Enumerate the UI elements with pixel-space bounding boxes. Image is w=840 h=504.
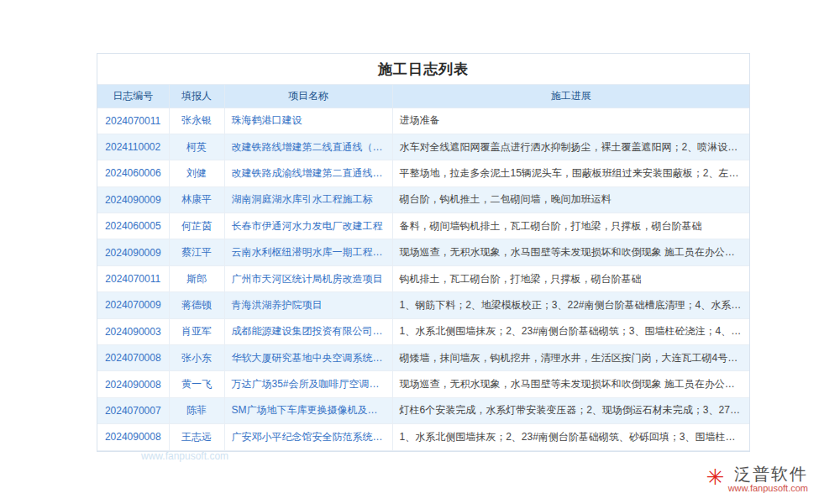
table-row[interactable]: 2024060006 刘健 改建铁路成渝线增建第二直通线（成... 平整场地，拉…: [97, 160, 749, 186]
log-id-link[interactable]: 2024070011: [97, 108, 169, 134]
progress-text: 砌台阶，钩机推土，二包砌间墙，晚间加班运料: [392, 186, 749, 213]
log-id-link[interactable]: 2024070009: [97, 292, 169, 318]
project-name-link[interactable]: 长春市伊通河水力发电厂改建工程: [224, 213, 392, 239]
progress-text: 1、水系北侧围墙抹灰；2、23#南侧台阶基础砌筑、砂砾回填；3、围墙柱浇筑1..…: [392, 424, 749, 450]
log-id-link[interactable]: 2024060006: [97, 160, 169, 186]
progress-text: 水车对全线遮阳网覆盖点进行洒水抑制扬尘，裸土覆盖遮阳网；2、喷淋设施材料...: [392, 134, 749, 160]
project-name-link[interactable]: 改建铁路成渝线增建第二直通线（成...: [224, 160, 392, 186]
log-id-link[interactable]: 2024070007: [97, 397, 169, 423]
brand-url: www.fanpusoft.com: [728, 483, 808, 494]
table-row[interactable]: 2024070011 张永银 珠海鹤港口建设 进场准备: [97, 108, 749, 134]
table-row[interactable]: 2024070007 陈菲 SM广场地下车库更换摄像机及硬盘项目 灯柱6个安装完…: [97, 397, 749, 423]
page-title: 施工日志列表: [97, 54, 749, 85]
progress-text: 现场巡查，无积水现象，水马围壁等未发现损坏和吹倒现象 施工员在办公室做内...: [392, 239, 749, 265]
log-id-link[interactable]: 2024090003: [97, 318, 169, 344]
log-id-link[interactable]: 2024090009: [97, 239, 169, 265]
log-id-link[interactable]: 2024090008: [97, 371, 169, 397]
progress-text: 进场准备: [392, 108, 749, 134]
column-header-progress: 施工进展: [392, 85, 749, 108]
reporter-link[interactable]: 张永银: [169, 108, 224, 134]
construction-log-table: 日志编号 填报人 项目名称 施工进展 2024070011 张永银 珠海鹤港口建…: [97, 85, 749, 451]
table-row[interactable]: 2024090008 黄一飞 万达广场35#会所及咖啡厅空调安装... 现场巡查…: [97, 371, 749, 397]
reporter-link[interactable]: 柯英: [169, 134, 224, 160]
reporter-link[interactable]: 林康平: [169, 186, 224, 213]
project-name-link[interactable]: 青海洪湖养护院项目: [224, 292, 392, 318]
project-name-link[interactable]: 珠海鹤港口建设: [224, 108, 392, 134]
reporter-link[interactable]: 王志远: [169, 424, 224, 450]
table-row[interactable]: 2024070011 斯郎 广州市天河区统计局机房改造项目 钩机排土，瓦工砌台阶…: [97, 265, 749, 291]
project-name-link[interactable]: 云南水利枢纽潜明水库一期工程施工标: [224, 239, 392, 265]
reporter-link[interactable]: 刘健: [169, 160, 224, 186]
brand-name: 泛普软件: [728, 465, 808, 483]
column-header-log-id: 日志编号: [97, 85, 169, 108]
project-name-link[interactable]: 改建铁路线增建第二线直通线（成都-...: [224, 134, 392, 160]
watermark-text: www.fanpusoft.com: [141, 450, 228, 462]
table-row[interactable]: 2024060005 何芷茵 长春市伊通河水力发电厂改建工程 备料，砌间墙钩机排…: [97, 213, 749, 239]
log-id-link[interactable]: 2024060005: [97, 213, 169, 239]
progress-text: 1、钢筋下料；2、地梁模板校正；3、22#南侧台阶基础槽底清理；4、水系抹保..…: [392, 292, 749, 318]
progress-text: 灯柱6个安装完成，水系灯带安装变压器；2、现场倒运石材未完成；3、27#北侧..…: [392, 397, 749, 423]
log-id-link[interactable]: 2024110002: [97, 134, 169, 160]
reporter-link[interactable]: 肖亚军: [169, 318, 224, 344]
progress-text: 1、水系北侧围墙抹灰；2、23#南侧台阶基础砌筑；3、围墙柱砼浇注；4、22#.…: [392, 318, 749, 344]
table-row[interactable]: 2024090003 肖亚军 成都能源建设集团投资有限公司临时... 1、水系北…: [97, 318, 749, 344]
progress-text: 钩机排土，瓦工砌台阶，打地梁，只撑板，砌台阶基础: [392, 265, 749, 291]
project-name-link[interactable]: 广州市天河区统计局机房改造项目: [224, 265, 392, 291]
project-name-link[interactable]: 湖南洞庭湖水库引水工程施工标: [224, 186, 392, 213]
log-id-link[interactable]: 2024070008: [97, 345, 169, 371]
table-row[interactable]: 2024110002 柯英 改建铁路线增建第二线直通线（成都-... 水车对全线…: [97, 134, 749, 160]
reporter-link[interactable]: 黄一飞: [169, 371, 224, 397]
project-name-link[interactable]: 广安邓小平纪念馆安全防范系统维护...: [224, 424, 392, 450]
table-row[interactable]: 2024090009 林康平 湖南洞庭湖水库引水工程施工标 砌台阶，钩机推土，二…: [97, 186, 749, 213]
log-id-link[interactable]: 2024070011: [97, 265, 169, 291]
column-header-reporter: 填报人: [169, 85, 224, 108]
progress-text: 平整场地，拉走多余泥土15辆泥头车，围蔽板班组过来安装围蔽板；2、左辅道...: [392, 160, 749, 186]
reporter-link[interactable]: 蒋德顿: [169, 292, 224, 318]
project-name-link[interactable]: 万达广场35#会所及咖啡厅空调安装...: [224, 371, 392, 397]
progress-text: 备料，砌间墙钩机排土，瓦工砌台阶，打地梁，只撑板，砌台阶基础: [392, 213, 749, 239]
project-name-link[interactable]: 华软大厦研究基地中央空调系统工程: [224, 345, 392, 371]
fanpusoft-brand: ✳ 泛普软件 www.fanpusoft.com: [706, 465, 808, 494]
reporter-link[interactable]: 陈菲: [169, 397, 224, 423]
progress-text: 现场巡查，无积水现象，水马围壁等未发现损坏和吹倒现象 施工员在办公室做内...: [392, 371, 749, 397]
log-id-link[interactable]: 2024090008: [97, 424, 169, 450]
project-name-link[interactable]: 成都能源建设集团投资有限公司临时...: [224, 318, 392, 344]
table-row[interactable]: 2024070008 张小东 华软大厦研究基地中央空调系统工程 砌矮墙，抹间墙灰…: [97, 345, 749, 371]
progress-text: 砌矮墙，抹间墙灰，钩机挖井，清理水井，生活区按门岗，大连瓦工砌4号楼理石板: [392, 345, 749, 371]
fanpusoft-logo-icon: ✳: [706, 466, 725, 488]
table-header-row: 日志编号 填报人 项目名称 施工进展: [97, 85, 749, 108]
log-table-body: 2024070011 张永银 珠海鹤港口建设 进场准备 2024110002 柯…: [97, 108, 749, 450]
reporter-link[interactable]: 蔡江平: [169, 239, 224, 265]
reporter-link[interactable]: 斯郎: [169, 265, 224, 291]
table-row[interactable]: 2024070009 蒋德顿 青海洪湖养护院项目 1、钢筋下料；2、地梁模板校正…: [97, 292, 749, 318]
table-row[interactable]: 2024090009 蔡江平 云南水利枢纽潜明水库一期工程施工标 现场巡查，无积…: [97, 239, 749, 265]
reporter-link[interactable]: 何芷茵: [169, 213, 224, 239]
log-id-link[interactable]: 2024090009: [97, 186, 169, 213]
table-row[interactable]: 2024090008 王志远 广安邓小平纪念馆安全防范系统维护... 1、水系北…: [97, 424, 749, 450]
construction-log-panel: 施工日志列表 日志编号 填报人 项目名称 施工进展 2024070011 张永银…: [97, 53, 750, 452]
column-header-project-name: 项目名称: [224, 85, 392, 108]
reporter-link[interactable]: 张小东: [169, 345, 224, 371]
project-name-link[interactable]: SM广场地下车库更换摄像机及硬盘项目: [224, 397, 392, 423]
